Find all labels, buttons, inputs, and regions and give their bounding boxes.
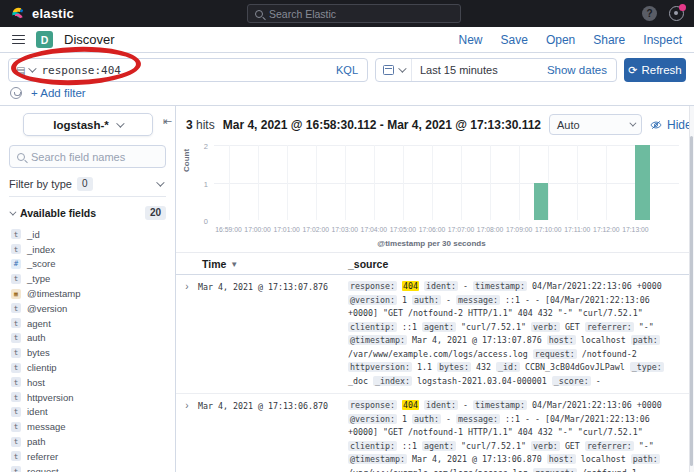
source-field-value: 1 — [402, 295, 407, 305]
save-button[interactable]: Save — [501, 33, 528, 47]
source-field-value: _doc — [348, 376, 368, 386]
source-field-name: message: — [456, 414, 500, 424]
add-filter-button[interactable]: + Add filter — [31, 87, 86, 99]
expand-row-icon[interactable]: › — [176, 399, 198, 472]
document-time: Mar 4, 2021 @ 17:13:07.876 — [198, 280, 348, 388]
filter-bar: + Add filter — [0, 86, 694, 106]
share-button[interactable]: Share — [593, 33, 625, 47]
global-search-placeholder: Search Elastic — [269, 8, 336, 20]
query-language-button[interactable]: KQL — [327, 64, 367, 76]
field-item-auth[interactable]: tauth — [9, 331, 166, 346]
source-field-value: ::1 — [402, 322, 417, 332]
field-item-@version[interactable]: t@version — [9, 301, 166, 316]
refresh-button[interactable]: ⟳ Refresh — [624, 58, 686, 82]
date-picker[interactable]: Last 15 minutes Show dates — [375, 58, 617, 82]
filter-by-type-button[interactable]: Filter by type 0 — [9, 171, 166, 197]
sort-descending-icon[interactable]: ▼ — [230, 260, 238, 269]
available-fields-header[interactable]: Available fields 20 — [9, 206, 166, 220]
global-search-input[interactable]: Search Elastic — [247, 4, 461, 23]
source-field-name: @timestamp: — [348, 335, 407, 345]
scrollbar-thumb[interactable] — [690, 136, 693, 466]
field-item-_index[interactable]: t_index — [9, 242, 166, 257]
source-field-name: response: — [348, 400, 397, 410]
field-item-message[interactable]: tmessage — [9, 419, 166, 434]
field-item-request[interactable]: trequest — [9, 464, 166, 472]
field-item-@timestamp[interactable]: ▦@timestamp — [9, 286, 166, 301]
x-tick-label: 17:13:00 — [622, 226, 648, 233]
field-search-placeholder: Search field names — [31, 151, 125, 163]
source-field-name: httpversion: — [348, 362, 412, 372]
document-source: response: 404 ident: - timestamp: 04/Mar… — [348, 399, 685, 472]
field-name: ident — [27, 406, 48, 417]
field-search-input[interactable]: Search field names — [9, 145, 166, 168]
gridline — [403, 145, 404, 220]
interval-select[interactable]: Auto — [549, 114, 642, 135]
source-field-value: /var/www/example.com/logs/access.log — [348, 349, 528, 359]
field-name: clientip — [27, 362, 57, 373]
hits-count: 3 hits — [186, 118, 215, 132]
field-list: t_idt_index#_scoret_type▦@timestampt@ver… — [9, 227, 166, 472]
x-axis-label: @timestamp per 30 seconds — [377, 239, 485, 248]
time-column-header[interactable]: Time▼ — [176, 258, 348, 270]
source-field-value: 432 — [476, 362, 491, 372]
help-icon[interactable]: ? — [642, 6, 657, 21]
field-item-_id[interactable]: t_id — [9, 227, 166, 242]
field-item-host[interactable]: thost — [9, 375, 166, 390]
field-item-httpversion[interactable]: thttpversion — [9, 390, 166, 405]
field-item-bytes[interactable]: tbytes — [9, 345, 166, 360]
source-field-name: clientip: — [348, 322, 397, 332]
quick-select-menu[interactable] — [376, 59, 412, 81]
highlighted-value: 404 — [402, 400, 419, 410]
field-type-icon: t — [11, 422, 21, 432]
expand-row-icon[interactable]: › — [176, 280, 198, 388]
histogram-bar[interactable] — [534, 183, 549, 221]
field-name: message — [27, 421, 66, 432]
source-field-name: _id: — [496, 362, 520, 372]
filter-options-icon[interactable] — [10, 87, 22, 99]
app-badge[interactable]: D — [36, 31, 53, 48]
open-button[interactable]: Open — [546, 33, 575, 47]
source-field-value: Mar 4, 2021 @ 17:13:07.876 — [412, 335, 542, 345]
collapse-sidebar-icon[interactable]: ⇤ — [163, 115, 172, 128]
source-field-name: host: — [547, 454, 576, 464]
source-field-name: @timestamp: — [348, 454, 407, 464]
field-item-path[interactable]: tpath — [9, 434, 166, 449]
chevron-down-icon — [116, 119, 124, 127]
histogram-chart[interactable]: Count @timestamp per 30 seconds 16:59:00… — [182, 140, 681, 250]
field-item-clientip[interactable]: tclientip — [9, 360, 166, 375]
field-type-icon: t — [11, 229, 21, 239]
field-name: _id — [27, 229, 40, 240]
time-range-value[interactable]: Last 15 minutes — [412, 64, 498, 76]
hide-chart-button[interactable]: Hide chart — [650, 118, 694, 132]
filter-count-badge: 0 — [77, 177, 93, 191]
query-text[interactable]: response:404 — [41, 64, 327, 77]
index-pattern-select[interactable]: logstash-* — [23, 113, 153, 136]
field-type-icon: ▦ — [11, 289, 21, 299]
inspect-button[interactable]: Inspect — [643, 33, 682, 47]
field-item-ident[interactable]: tident — [9, 405, 166, 420]
show-dates-button[interactable]: Show dates — [547, 64, 616, 76]
field-item-_score[interactable]: #_score — [9, 257, 166, 272]
query-input[interactable]: ▤ response:404 KQL — [8, 58, 368, 82]
field-item-_type[interactable]: t_type — [9, 271, 166, 286]
alerts-icon[interactable] — [669, 6, 684, 21]
x-tick-label: 17:04:00 — [361, 226, 387, 233]
field-item-agent[interactable]: tagent — [9, 316, 166, 331]
plot-area[interactable] — [214, 145, 679, 220]
field-name: host — [27, 377, 45, 388]
field-type-icon: t — [11, 377, 21, 387]
source-column-header: _source — [348, 258, 689, 270]
document-table-header: Time▼ _source — [176, 252, 689, 275]
menu-icon[interactable] — [12, 35, 25, 45]
elastic-logo-icon[interactable] — [10, 6, 25, 21]
histogram-bar[interactable] — [635, 145, 650, 220]
calendar-icon — [383, 65, 394, 75]
source-field-value: "-" — [639, 322, 654, 332]
field-item-referrer[interactable]: treferrer — [9, 449, 166, 464]
new-button[interactable]: New — [459, 33, 483, 47]
saved-query-menu-icon[interactable]: ▤ — [9, 65, 41, 76]
field-type-icon: t — [11, 407, 21, 417]
source-field-name: referrer: — [585, 322, 634, 332]
document-source: response: 404 ident: - timestamp: 04/Mar… — [348, 280, 685, 388]
scrollbar[interactable] — [689, 106, 694, 472]
